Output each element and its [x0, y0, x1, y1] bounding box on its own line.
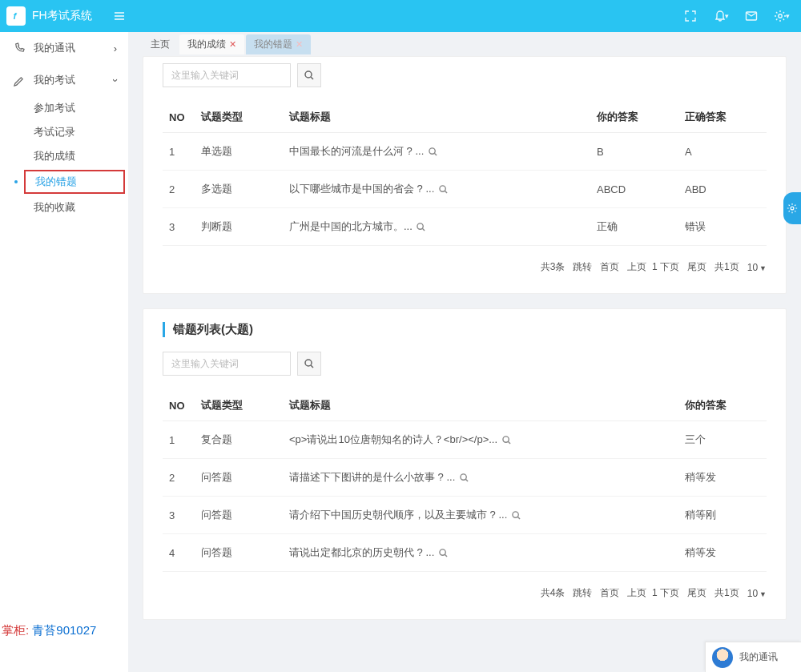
brand-title: FH考试系统: [32, 9, 92, 23]
cell-no: 1: [163, 133, 195, 171]
sidebar-sub-scores[interactable]: 我的成绩: [22, 144, 128, 168]
table-row: 2 问答题 请描述下下图讲的是什么小故事 ? ... 稍等发: [163, 459, 767, 497]
cell-no: 3: [163, 497, 195, 534]
cell-type: 复合题: [195, 421, 283, 459]
pager-pages: 共1页: [714, 586, 739, 600]
cell-title: 请介绍下中国历史朝代顺序，以及主要城市 ? ...: [283, 497, 678, 534]
wrong-table-small: NO 试题类型 试题标题 你的答案 正确答案 1 单选题 中国最长的河流是什么河…: [163, 102, 767, 246]
cell-correct: A: [678, 133, 767, 171]
magnify-icon[interactable]: [502, 436, 511, 445]
pager-prev[interactable]: 上页: [627, 587, 646, 598]
pager-first[interactable]: 首页: [600, 586, 619, 600]
close-icon[interactable]: ✕: [296, 39, 303, 50]
svg-text:f: f: [14, 11, 18, 21]
cell-title: 请说出定都北京的历史朝代 ? ...: [283, 534, 678, 572]
th-your: 你的答案: [590, 102, 678, 133]
table-row: 1 单选题 中国最长的河流是什么河 ? ... B A: [163, 133, 767, 171]
sidebar-item-exam[interactable]: 我的考试 ›: [0, 64, 128, 96]
pager-last[interactable]: 尾页: [687, 260, 706, 274]
settings-icon[interactable]: ▾: [769, 3, 795, 29]
tab-wrong[interactable]: 我的错题✕: [246, 34, 311, 54]
phone-icon: [11, 42, 26, 54]
table-row: 3 问答题 请介绍下中国历史朝代顺序，以及主要城市 ? ... 稍等刚: [163, 497, 767, 534]
th-title: 试题标题: [283, 390, 678, 421]
magnify-icon[interactable]: [439, 185, 448, 194]
pager-size[interactable]: 10▼: [747, 588, 767, 599]
th-correct: 正确答案: [678, 102, 767, 133]
search-input[interactable]: [163, 63, 291, 87]
cell-title: 以下哪些城市是中国的省会 ? ...: [283, 171, 590, 208]
pager-next[interactable]: 下页: [660, 261, 679, 272]
tab-scores[interactable]: 我的成绩✕: [179, 34, 244, 54]
pager-prev[interactable]: 上页: [627, 261, 646, 272]
cell-title: <p>请说出10位唐朝知名的诗人？<br/></p>...: [283, 421, 678, 459]
cell-no: 4: [163, 534, 195, 572]
sidebar-sub-wrong[interactable]: 我的错题: [24, 170, 125, 194]
cell-your: 正确: [590, 208, 678, 246]
pager-size[interactable]: 10▼: [747, 262, 767, 273]
table-row: 1 复合题 <p>请说出10位唐朝知名的诗人？<br/></p>... 三个: [163, 421, 767, 459]
th-your: 你的答案: [678, 390, 767, 421]
search-input[interactable]: [163, 352, 291, 376]
sidebar-sub-fav[interactable]: 我的收藏: [22, 195, 128, 219]
pager-pages: 共1页: [714, 260, 739, 274]
magnify-icon[interactable]: [512, 511, 521, 520]
magnify-icon[interactable]: [460, 473, 469, 482]
watermark: 掌柜: 青苔901027: [2, 623, 96, 638]
chevron-right-icon: ›: [114, 42, 117, 54]
th-type: 试题类型: [195, 102, 283, 133]
pager-total: 共3条: [541, 260, 566, 274]
th-title: 试题标题: [283, 102, 590, 133]
main: 主页 我的成绩✕ 我的错题✕ NO 试题类型 试题标题 你的答案 正确答案 1 …: [128, 32, 801, 672]
chat-label: 我的通讯: [739, 650, 778, 664]
cell-type: 问答题: [195, 459, 283, 497]
pager-jump[interactable]: 跳转: [573, 586, 592, 600]
logo: f: [6, 6, 26, 26]
magnify-icon[interactable]: [429, 147, 437, 156]
table-row: 4 问答题 请说出定都北京的历史朝代 ? ... 稍等发: [163, 534, 767, 572]
pager: 共3条 跳转 首页 上页 1 下页 尾页 共1页 10▼: [163, 260, 767, 274]
menu-toggle-icon[interactable]: [107, 3, 132, 29]
tabs: 主页 我的成绩✕ 我的错题✕: [128, 32, 801, 56]
cell-title: 广州是中国的北方城市。...: [283, 208, 590, 246]
search-button[interactable]: [297, 352, 321, 376]
sidebar-sub-join[interactable]: 参加考试: [22, 96, 128, 120]
pager: 共4条 跳转 首页 上页 1 下页 尾页 共1页 10▼: [163, 586, 767, 600]
mail-icon[interactable]: [739, 3, 764, 29]
cell-type: 问答题: [195, 497, 283, 534]
fullscreen-icon[interactable]: [678, 3, 703, 29]
cell-no: 1: [163, 421, 195, 459]
cell-title: 请描述下下图讲的是什么小故事 ? ...: [283, 459, 678, 497]
float-settings-button[interactable]: [783, 192, 801, 224]
tab-home[interactable]: 主页: [143, 34, 178, 54]
sidebar-item-label: 我的考试: [34, 73, 75, 87]
cell-type: 多选题: [195, 171, 283, 208]
sidebar-item-label: 我的通讯: [34, 41, 75, 55]
magnify-icon[interactable]: [417, 223, 425, 231]
pager-last[interactable]: 尾页: [687, 586, 706, 600]
pager-next[interactable]: 下页: [660, 587, 679, 598]
pager-total: 共4条: [541, 586, 566, 600]
pager-page: 1: [652, 261, 658, 272]
th-no: NO: [163, 390, 195, 421]
avatar: [712, 647, 733, 668]
cell-your: 三个: [678, 421, 767, 459]
search-button[interactable]: [297, 63, 321, 87]
magnify-icon[interactable]: [439, 549, 448, 557]
table-row: 2 多选题 以下哪些城市是中国的省会 ? ... ABCD ABD: [163, 171, 767, 208]
cell-no: 2: [163, 459, 195, 497]
close-icon[interactable]: ✕: [229, 39, 236, 50]
bell-icon[interactable]: ▾: [708, 3, 734, 29]
cell-correct: ABD: [678, 171, 767, 208]
cell-no: 3: [163, 208, 195, 246]
sidebar-sub-records[interactable]: 考试记录: [22, 120, 128, 144]
cell-your: 稍等发: [678, 459, 767, 497]
sidebar-submenu: 参加考试 考试记录 我的成绩 我的错题 我的收藏: [0, 96, 128, 219]
wrong-list-small-card: NO 试题类型 试题标题 你的答案 正确答案 1 单选题 中国最长的河流是什么河…: [143, 56, 787, 294]
pager-first[interactable]: 首页: [600, 260, 619, 274]
pager-jump[interactable]: 跳转: [573, 260, 592, 274]
cell-type: 单选题: [195, 133, 283, 171]
header: f FH考试系统 ▾ ▾: [0, 0, 801, 32]
chat-widget[interactable]: 我的通讯: [705, 642, 801, 672]
sidebar-item-contacts[interactable]: 我的通讯 ›: [0, 32, 128, 64]
